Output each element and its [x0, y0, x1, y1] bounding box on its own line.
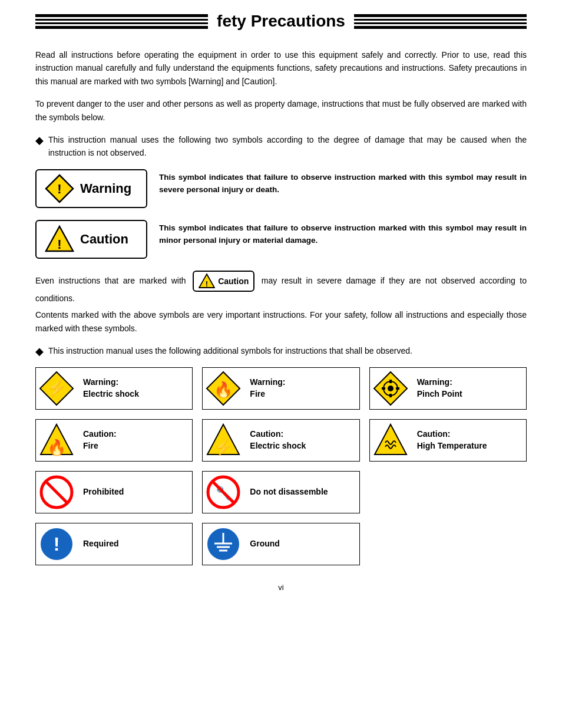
empty-cell-2	[369, 523, 527, 565]
caution-label: Caution	[80, 232, 128, 247]
svg-rect-16	[396, 387, 399, 390]
symbol-cell-no-disassemble: 🔧 Do not disassemble	[202, 471, 359, 513]
header-line	[35, 19, 208, 21]
warning-label: Warning	[80, 181, 131, 196]
svg-rect-13	[389, 380, 392, 383]
caution-badge: ! Caution	[35, 220, 147, 259]
header-line	[354, 26, 527, 29]
svg-text:!: !	[54, 533, 60, 555]
inline-caution-label: Caution	[218, 275, 249, 288]
inline-text-1: Even instructions that are marked with	[35, 275, 186, 285]
warning-electric-text: Warning: Electric shock	[77, 373, 145, 403]
warning-pinch-icon	[370, 368, 411, 409]
inline-caution-badge: ! Caution	[193, 271, 254, 292]
additional-symbols-grid: ⚡ Warning: Electric shock 🔥 Warning: Fir…	[35, 367, 527, 462]
bullet-text-1: This instruction manual uses the followi…	[48, 133, 527, 160]
svg-text:⚡: ⚡	[214, 438, 233, 457]
warning-fire-icon: 🔥	[203, 368, 244, 409]
header-line	[354, 19, 527, 21]
warning-diamond-icon: !	[45, 174, 74, 203]
bullet-diamond-icon-2: ◆	[35, 345, 44, 358]
warning-electric-icon: ⚡	[36, 368, 77, 409]
no-disassemble-text: Do not disassemble	[244, 483, 333, 502]
svg-text:!: !	[206, 279, 208, 288]
symbol-cell-warning-fire: 🔥 Warning: Fire	[202, 367, 359, 410]
header-line	[354, 22, 527, 24]
header-line	[35, 14, 208, 17]
intro-paragraph-1: Read all instructions before operating t…	[35, 48, 527, 88]
caution-description: This symbol indicates that failure to ob…	[159, 220, 527, 247]
symbol-cell-warning-electric: ⚡ Warning: Electric shock	[35, 367, 193, 410]
intro-paragraph-2: To prevent danger to the user and other …	[35, 97, 527, 124]
special-symbols-grid-1: Prohibited 🔧 Do not disassemble	[35, 471, 527, 513]
caution-temp-text: Caution: High Temperature	[411, 425, 493, 455]
svg-text:🔥: 🔥	[214, 380, 233, 399]
no-disassemble-icon: 🔧	[203, 472, 244, 513]
caution-temp-icon	[370, 420, 411, 461]
svg-marker-21	[375, 424, 406, 454]
caution-triangle-icon: !	[45, 225, 74, 254]
symbol-cell-caution-temp: Caution: High Temperature	[369, 419, 527, 462]
prohibited-text: Prohibited	[77, 483, 130, 502]
svg-text:!: !	[57, 182, 61, 196]
page-header: fety Precautions	[35, 12, 527, 31]
inline-caution-icon: !	[199, 273, 215, 289]
header-lines-left	[35, 14, 208, 29]
symbol-cell-ground: Ground	[202, 523, 359, 565]
required-icon: !	[36, 523, 77, 565]
header-line	[35, 26, 208, 29]
page-number: vi	[35, 583, 527, 592]
svg-text:🔥: 🔥	[47, 438, 67, 457]
svg-text:⚡: ⚡	[47, 378, 67, 398]
inline-caution-paragraph: Even instructions that are marked with !…	[35, 271, 527, 305]
bullet-item-2: ◆ This instruction manual uses the follo…	[35, 344, 527, 358]
svg-rect-14	[389, 394, 392, 397]
required-text: Required	[77, 535, 125, 554]
svg-text:!: !	[57, 237, 61, 252]
page-title: fety Precautions	[208, 12, 354, 31]
warning-description: This symbol indicates that failure to ob…	[159, 169, 527, 196]
svg-rect-15	[382, 387, 385, 390]
bullet-text-2: This instruction manual uses the followi…	[48, 344, 412, 357]
caution-fire-icon: 🔥	[36, 420, 77, 461]
symbol-cell-caution-fire: 🔥 Caution: Fire	[35, 419, 193, 462]
caution-symbol-row: ! Caution This symbol indicates that fai…	[35, 220, 527, 259]
caution-fire-text: Caution: Fire	[77, 425, 123, 455]
caution-electric-icon: ⚡	[203, 420, 244, 461]
symbol-cell-caution-electric: ⚡ Caution: Electric shock	[202, 419, 359, 462]
bullet-item-1: ◆ This instruction manual uses the follo…	[35, 133, 527, 160]
warning-pinch-text: Warning: Pinch Point	[411, 373, 468, 403]
svg-point-12	[388, 386, 394, 391]
ground-text: Ground	[244, 535, 286, 554]
header-line	[35, 22, 208, 24]
empty-cell	[369, 471, 527, 513]
prohibited-icon	[36, 472, 77, 513]
contents-text: Contents marked with the above symbols a…	[35, 308, 527, 335]
symbol-cell-prohibited: Prohibited	[35, 471, 193, 513]
warning-badge: ! Warning	[35, 169, 147, 208]
special-symbols-grid-2: ! Required Ground	[35, 523, 527, 565]
ground-icon	[203, 523, 244, 565]
symbol-cell-required: ! Required	[35, 523, 193, 565]
symbol-cell-warning-pinch: Warning: Pinch Point	[369, 367, 527, 410]
warning-symbol-row: ! Warning This symbol indicates that fai…	[35, 169, 527, 208]
header-line	[354, 14, 527, 17]
header-lines-right	[354, 14, 527, 29]
caution-electric-text: Caution: Electric shock	[244, 425, 312, 455]
bullet-diamond-icon: ◆	[35, 134, 44, 147]
warning-fire-text: Warning: Fire	[244, 373, 291, 403]
